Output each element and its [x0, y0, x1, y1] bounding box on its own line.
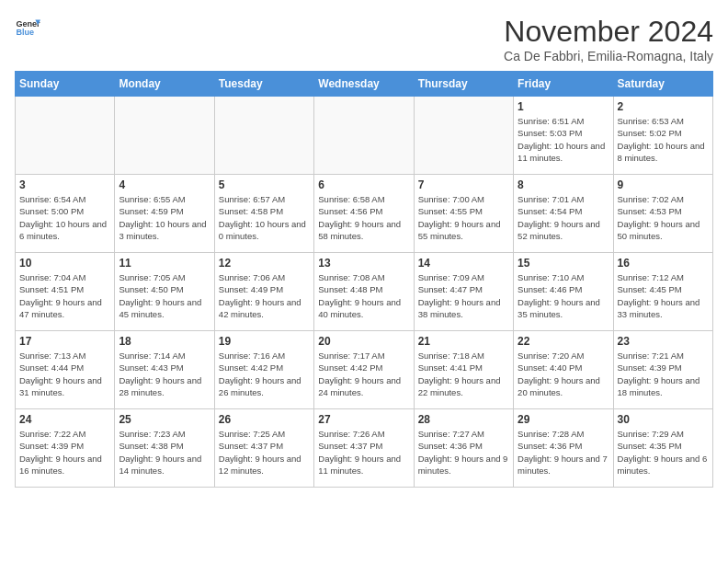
calendar-cell: 22Sunrise: 7:20 AM Sunset: 4:40 PM Dayli…: [514, 331, 613, 409]
day-number: 4: [119, 178, 210, 191]
location-subtitle: Ca De Fabbri, Emilia-Romagna, Italy: [504, 49, 713, 63]
day-number: 17: [19, 335, 110, 348]
calendar-cell: 26Sunrise: 7:25 AM Sunset: 4:37 PM Dayli…: [214, 409, 313, 488]
calendar-cell: [214, 97, 313, 175]
logo-icon: General Blue: [15, 15, 40, 40]
day-info: Sunrise: 7:14 AM Sunset: 4:43 PM Dayligh…: [119, 350, 210, 398]
day-number: 15: [518, 257, 609, 270]
calendar-cell: 9Sunrise: 7:02 AM Sunset: 4:53 PM Daylig…: [613, 175, 712, 253]
day-info: Sunrise: 7:13 AM Sunset: 4:44 PM Dayligh…: [19, 350, 110, 398]
header-wednesday: Wednesday: [314, 72, 414, 97]
calendar-cell: 21Sunrise: 7:18 AM Sunset: 4:41 PM Dayli…: [414, 331, 513, 409]
day-info: Sunrise: 6:55 AM Sunset: 4:59 PM Dayligh…: [119, 193, 210, 242]
day-info: Sunrise: 7:12 AM Sunset: 4:45 PM Dayligh…: [618, 271, 709, 320]
day-number: 26: [219, 413, 310, 426]
calendar-cell: 1Sunrise: 6:51 AM Sunset: 5:03 PM Daylig…: [514, 97, 613, 175]
day-number: 11: [119, 257, 210, 270]
logo: General Blue: [15, 15, 40, 40]
day-number: 20: [318, 335, 409, 348]
day-info: Sunrise: 7:04 AM Sunset: 4:51 PM Dayligh…: [19, 271, 110, 320]
day-number: 1: [518, 100, 609, 113]
calendar-cell: 27Sunrise: 7:26 AM Sunset: 4:37 PM Dayli…: [314, 409, 414, 488]
calendar-cell: 23Sunrise: 7:21 AM Sunset: 4:39 PM Dayli…: [613, 331, 712, 409]
day-info: Sunrise: 7:20 AM Sunset: 4:40 PM Dayligh…: [518, 350, 609, 398]
calendar-cell: [314, 97, 414, 175]
day-number: 2: [618, 100, 709, 113]
day-info: Sunrise: 7:10 AM Sunset: 4:46 PM Dayligh…: [518, 271, 609, 320]
header-tuesday: Tuesday: [214, 72, 313, 97]
day-number: 6: [318, 178, 409, 191]
calendar-cell: 18Sunrise: 7:14 AM Sunset: 4:43 PM Dayli…: [115, 331, 214, 409]
calendar-cell: 5Sunrise: 6:57 AM Sunset: 4:58 PM Daylig…: [214, 175, 313, 253]
calendar-cell: [414, 97, 513, 175]
day-number: 19: [219, 335, 310, 348]
header-thursday: Thursday: [414, 72, 513, 97]
day-info: Sunrise: 7:01 AM Sunset: 4:54 PM Dayligh…: [518, 193, 609, 242]
day-info: Sunrise: 7:08 AM Sunset: 4:48 PM Dayligh…: [318, 271, 409, 320]
header-saturday: Saturday: [613, 72, 712, 97]
month-title: November 2024: [504, 15, 713, 49]
day-number: 23: [618, 335, 709, 348]
calendar-cell: 16Sunrise: 7:12 AM Sunset: 4:45 PM Dayli…: [613, 253, 712, 331]
header-friday: Friday: [514, 72, 613, 97]
calendar-cell: 13Sunrise: 7:08 AM Sunset: 4:48 PM Dayli…: [314, 253, 414, 331]
day-info: Sunrise: 6:54 AM Sunset: 5:00 PM Dayligh…: [19, 193, 110, 242]
calendar-cell: 4Sunrise: 6:55 AM Sunset: 4:59 PM Daylig…: [115, 175, 214, 253]
day-info: Sunrise: 7:25 AM Sunset: 4:37 PM Dayligh…: [219, 428, 310, 477]
day-number: 27: [318, 413, 409, 426]
title-block: November 2024 Ca De Fabbri, Emilia-Romag…: [504, 15, 713, 63]
day-number: 24: [19, 413, 110, 426]
day-info: Sunrise: 7:26 AM Sunset: 4:37 PM Dayligh…: [318, 428, 409, 477]
calendar-cell: 29Sunrise: 7:28 AM Sunset: 4:36 PM Dayli…: [514, 409, 613, 488]
calendar-cell: 25Sunrise: 7:23 AM Sunset: 4:38 PM Dayli…: [115, 409, 214, 488]
day-number: 8: [518, 178, 609, 191]
day-info: Sunrise: 7:28 AM Sunset: 4:36 PM Dayligh…: [518, 428, 609, 477]
day-info: Sunrise: 7:21 AM Sunset: 4:39 PM Dayligh…: [618, 350, 709, 398]
day-info: Sunrise: 7:17 AM Sunset: 4:42 PM Dayligh…: [318, 350, 409, 398]
calendar-cell: [16, 97, 115, 175]
day-info: Sunrise: 7:23 AM Sunset: 4:38 PM Dayligh…: [119, 428, 210, 477]
day-info: Sunrise: 7:29 AM Sunset: 4:35 PM Dayligh…: [618, 428, 709, 477]
day-info: Sunrise: 6:53 AM Sunset: 5:02 PM Dayligh…: [618, 115, 709, 164]
day-info: Sunrise: 6:58 AM Sunset: 4:56 PM Dayligh…: [318, 193, 409, 242]
day-number: 16: [618, 257, 709, 270]
day-number: 9: [618, 178, 709, 191]
svg-text:Blue: Blue: [16, 28, 34, 37]
calendar-week-2: 3Sunrise: 6:54 AM Sunset: 5:00 PM Daylig…: [16, 175, 713, 253]
day-info: Sunrise: 7:16 AM Sunset: 4:42 PM Dayligh…: [219, 350, 310, 398]
day-number: 21: [418, 335, 509, 348]
day-number: 7: [418, 178, 509, 191]
calendar-cell: [115, 97, 214, 175]
calendar-cell: 2Sunrise: 6:53 AM Sunset: 5:02 PM Daylig…: [613, 97, 712, 175]
day-number: 12: [219, 257, 310, 270]
calendar-week-5: 24Sunrise: 7:22 AM Sunset: 4:39 PM Dayli…: [16, 409, 713, 488]
calendar-cell: 30Sunrise: 7:29 AM Sunset: 4:35 PM Dayli…: [613, 409, 712, 488]
day-info: Sunrise: 7:27 AM Sunset: 4:36 PM Dayligh…: [418, 428, 509, 477]
day-number: 3: [19, 178, 110, 191]
calendar-cell: 28Sunrise: 7:27 AM Sunset: 4:36 PM Dayli…: [414, 409, 513, 488]
day-number: 29: [518, 413, 609, 426]
header-sunday: Sunday: [16, 72, 115, 97]
day-info: Sunrise: 6:57 AM Sunset: 4:58 PM Dayligh…: [219, 193, 310, 242]
day-info: Sunrise: 7:18 AM Sunset: 4:41 PM Dayligh…: [418, 350, 509, 398]
calendar-cell: 14Sunrise: 7:09 AM Sunset: 4:47 PM Dayli…: [414, 253, 513, 331]
calendar-cell: 17Sunrise: 7:13 AM Sunset: 4:44 PM Dayli…: [16, 331, 115, 409]
day-number: 18: [119, 335, 210, 348]
day-info: Sunrise: 7:05 AM Sunset: 4:50 PM Dayligh…: [119, 271, 210, 320]
calendar-header-row: SundayMondayTuesdayWednesdayThursdayFrid…: [16, 72, 713, 97]
day-info: Sunrise: 7:00 AM Sunset: 4:55 PM Dayligh…: [418, 193, 509, 242]
day-info: Sunrise: 7:22 AM Sunset: 4:39 PM Dayligh…: [19, 428, 110, 477]
day-number: 5: [219, 178, 310, 191]
day-info: Sunrise: 7:02 AM Sunset: 4:53 PM Dayligh…: [618, 193, 709, 242]
calendar-cell: 12Sunrise: 7:06 AM Sunset: 4:49 PM Dayli…: [214, 253, 313, 331]
calendar-cell: 10Sunrise: 7:04 AM Sunset: 4:51 PM Dayli…: [16, 253, 115, 331]
header-monday: Monday: [115, 72, 214, 97]
calendar-cell: 19Sunrise: 7:16 AM Sunset: 4:42 PM Dayli…: [214, 331, 313, 409]
calendar-cell: 24Sunrise: 7:22 AM Sunset: 4:39 PM Dayli…: [16, 409, 115, 488]
day-number: 22: [518, 335, 609, 348]
day-number: 13: [318, 257, 409, 270]
day-info: Sunrise: 7:06 AM Sunset: 4:49 PM Dayligh…: [219, 271, 310, 320]
day-number: 14: [418, 257, 509, 270]
calendar-cell: 3Sunrise: 6:54 AM Sunset: 5:00 PM Daylig…: [16, 175, 115, 253]
calendar-week-3: 10Sunrise: 7:04 AM Sunset: 4:51 PM Dayli…: [16, 253, 713, 331]
